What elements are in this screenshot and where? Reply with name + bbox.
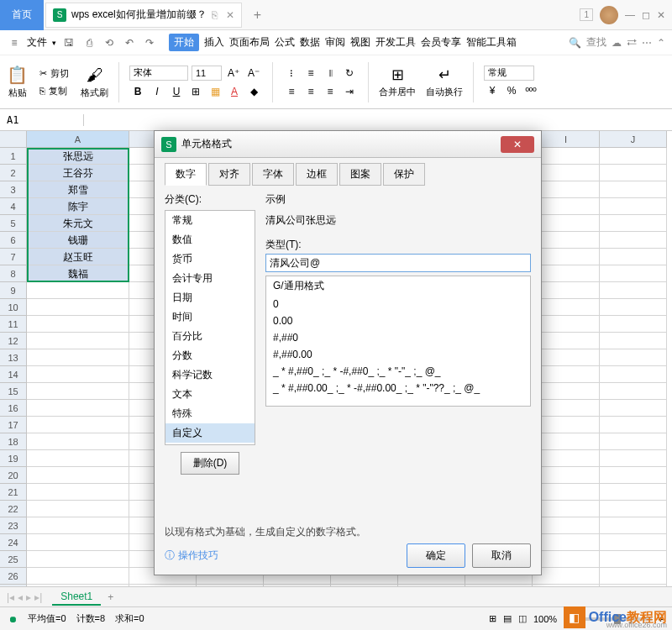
category-item[interactable]: 百分比 <box>165 327 255 346</box>
cell[interactable] <box>533 450 600 467</box>
cell[interactable] <box>600 249 667 265</box>
cell[interactable]: 朱元文 <box>27 215 129 232</box>
cell[interactable] <box>600 333 667 349</box>
sheet-tab[interactable]: Sheet1 <box>52 589 101 606</box>
italic-button[interactable]: I <box>149 83 165 100</box>
row-header[interactable]: 10 <box>0 299 27 316</box>
increase-font-icon[interactable]: A⁺ <box>225 65 242 81</box>
cell[interactable] <box>533 349 600 366</box>
first-sheet-icon[interactable]: |◂ <box>7 591 14 603</box>
orientation-icon[interactable]: ↻ <box>341 65 358 81</box>
category-item[interactable]: 日期 <box>165 288 255 307</box>
type-list[interactable]: G/通用格式00.00#,##0#,##0.00_ * #,##0_ ;_ * … <box>265 276 531 407</box>
search-label[interactable]: 查找 <box>586 35 606 50</box>
row-header[interactable]: 5 <box>0 215 27 232</box>
cell[interactable] <box>533 383 600 400</box>
category-item[interactable]: 科学记数 <box>165 365 255 385</box>
cell[interactable] <box>27 517 129 534</box>
cell[interactable] <box>600 299 667 316</box>
file-menu[interactable]: 文件 <box>27 35 47 50</box>
tab-alignment[interactable]: 对齐 <box>208 163 250 186</box>
cell[interactable] <box>600 282 667 299</box>
cell[interactable] <box>27 417 129 433</box>
cell[interactable] <box>600 484 667 501</box>
cell[interactable] <box>27 534 129 551</box>
copy-button[interactable]: ⎘复制 <box>38 83 71 99</box>
type-input[interactable] <box>265 254 531 272</box>
cell[interactable]: 魏福 <box>27 265 129 282</box>
cloud-icon[interactable]: ☁ <box>612 37 622 49</box>
cell[interactable] <box>533 232 600 249</box>
align-top-icon[interactable]: ⫶ <box>283 65 300 81</box>
tab-member[interactable]: 会员专享 <box>421 35 461 50</box>
preview-icon[interactable]: ⟲ <box>102 35 117 50</box>
cell[interactable]: 钱珊 <box>27 232 129 249</box>
format-painter-button[interactable]: 🖌 格式刷 <box>81 66 108 99</box>
cell[interactable] <box>600 181 667 198</box>
cell[interactable] <box>533 551 600 568</box>
cell[interactable] <box>600 349 667 366</box>
row-header[interactable]: 9 <box>0 282 27 299</box>
row-header[interactable]: 6 <box>0 232 27 249</box>
cell[interactable] <box>533 181 600 198</box>
cell[interactable] <box>533 484 600 501</box>
cell[interactable]: 王谷芬 <box>27 165 129 181</box>
row-header[interactable]: 16 <box>0 400 27 417</box>
tab-data[interactable]: 数据 <box>300 35 320 50</box>
align-center-icon[interactable]: ≡ <box>302 83 319 100</box>
fill-color-button[interactable]: ▦ <box>207 83 223 100</box>
type-item[interactable]: #,##0.00 <box>266 346 530 363</box>
align-left-icon[interactable]: ≡ <box>283 83 300 100</box>
cell[interactable] <box>27 316 129 333</box>
save-icon[interactable]: 🖫 <box>61 35 76 50</box>
cell[interactable] <box>600 383 667 400</box>
type-item[interactable]: G/通用格式 <box>266 276 530 296</box>
cell[interactable] <box>533 148 600 165</box>
cell[interactable] <box>27 400 129 417</box>
search-icon[interactable]: 🔍 <box>569 37 581 49</box>
ok-button[interactable]: 确定 <box>407 543 465 568</box>
align-right-icon[interactable]: ≡ <box>322 83 339 100</box>
cell[interactable] <box>27 467 129 484</box>
row-header[interactable]: 3 <box>0 181 27 198</box>
cell[interactable] <box>600 148 667 165</box>
view-normal-icon[interactable]: ⊞ <box>489 613 496 624</box>
print-icon[interactable]: ⎙ <box>81 35 97 50</box>
dialog-titlebar[interactable]: S 单元格格式 ✕ <box>155 131 541 158</box>
view-page-icon[interactable]: ▤ <box>503 613 512 624</box>
row-header[interactable]: 13 <box>0 349 27 366</box>
home-tab[interactable]: 首页 <box>0 0 44 30</box>
cell[interactable] <box>533 282 600 299</box>
border-button[interactable]: ⊞ <box>187 83 204 100</box>
undo-icon[interactable]: ↶ <box>122 35 137 50</box>
tab-number[interactable]: 数字 <box>165 163 207 186</box>
row-header[interactable]: 26 <box>0 568 27 585</box>
cell[interactable] <box>600 400 667 417</box>
paste-button[interactable]: 📋 粘贴 <box>7 65 28 99</box>
row-header[interactable]: 8 <box>0 265 27 282</box>
cell[interactable] <box>27 501 129 517</box>
cell[interactable] <box>533 333 600 349</box>
name-box[interactable]: A1 <box>0 114 84 126</box>
category-item[interactable]: 会计专用 <box>165 269 255 288</box>
cut-button[interactable]: ✂剪切 <box>38 66 71 81</box>
tab-view[interactable]: 视图 <box>350 35 370 50</box>
tips-link[interactable]: ⓘ 操作技巧 <box>165 549 218 563</box>
category-item[interactable]: 文本 <box>165 385 255 404</box>
cell[interactable] <box>27 299 129 316</box>
font-color-button[interactable]: A <box>226 83 243 100</box>
highlight-button[interactable]: ◆ <box>245 83 262 100</box>
cell[interactable] <box>533 316 600 333</box>
row-header[interactable]: 23 <box>0 517 27 534</box>
row-header[interactable]: 11 <box>0 316 27 333</box>
zoom-level[interactable]: 100% <box>533 614 557 624</box>
row-header[interactable]: 15 <box>0 383 27 400</box>
cell[interactable] <box>27 484 129 501</box>
tab-smart-tools[interactable]: 智能工具箱 <box>466 35 517 50</box>
share-icon[interactable]: ⮂ <box>627 37 637 49</box>
tab-formula[interactable]: 公式 <box>275 35 295 50</box>
minimize-icon[interactable]: — <box>625 9 635 21</box>
cancel-button[interactable]: 取消 <box>472 543 531 568</box>
bold-button[interactable]: B <box>129 83 146 100</box>
cell[interactable] <box>27 568 129 585</box>
